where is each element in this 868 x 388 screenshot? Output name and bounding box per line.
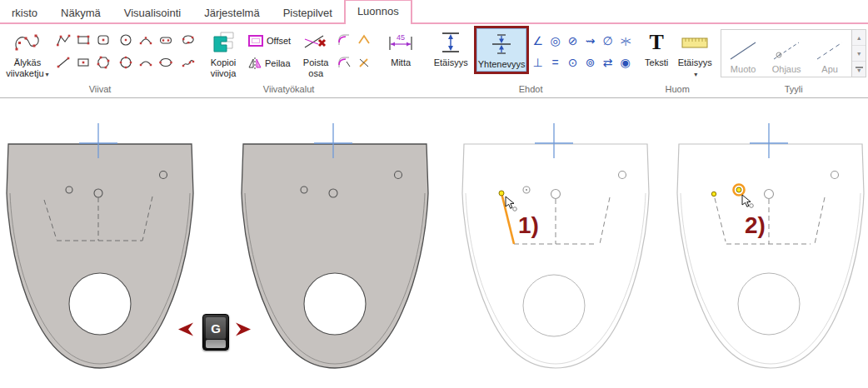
step1-annotation: 1) (518, 212, 539, 238)
part-sketch-solid-no-construction[interactable] (239, 120, 431, 370)
group-label-huom: Huom (637, 83, 717, 97)
gallery-scroll-up-button[interactable]: ▲ (852, 30, 866, 46)
tab-visualisointi[interactable]: Visualisointi (112, 2, 192, 22)
ribbon-group-huom: T Teksti Etäisyys▾ Huom (637, 25, 717, 97)
chamfer-trim-tool-button[interactable] (354, 51, 374, 73)
ribbon-group-tyyli: Muoto Ohjaus Apu ▲ ▼ ▼ Tyyli (719, 25, 868, 97)
constraint-symmetry-icon[interactable]: >|< (616, 30, 634, 52)
constraint-concentric-icon[interactable]: ◎ (546, 30, 564, 52)
group-label-tyyli: Tyyli (719, 83, 868, 97)
dimension-icon: 45 (387, 30, 415, 55)
group-label-viivat: Viivat (0, 83, 200, 97)
ribbon-group-ehdot: Etäisyys Yhtenevyys ∠ ⊥ (426, 25, 636, 97)
chamfer-tool-button[interactable] (354, 28, 374, 51)
rectangle-tool-button[interactable] (73, 28, 93, 51)
tab-nakyma[interactable]: Näkymä (49, 2, 112, 22)
key-label: G (206, 317, 226, 339)
offset-icon (247, 34, 264, 47)
ribbon-group-viivat: Älykäs viivaketju▾ (0, 25, 200, 97)
ribbon-tab-bar: rkisto Näkymä Visualisointi Järjestelmä … (0, 0, 868, 24)
polyline-tool-button[interactable] (53, 28, 73, 51)
ribbon-group-viivatyokalut: Kopioi viivoja Offset Peilaa Poista osa (202, 25, 376, 97)
style-item-apu[interactable]: Apu (808, 30, 851, 77)
spline-tool-button[interactable] (178, 51, 198, 73)
tab-arkisto[interactable]: rkisto (0, 2, 49, 22)
rectangle-center-tool-button[interactable] (73, 51, 93, 73)
distance-constraint-button[interactable]: Etäisyys (427, 27, 474, 70)
slot-tool-button[interactable] (156, 28, 176, 51)
style-item-muoto[interactable]: Muoto (721, 30, 765, 77)
rounded-rectangle-tool-button[interactable] (93, 28, 113, 51)
constraint-tangent-icon[interactable]: ⇝ (581, 30, 599, 52)
polygon-tool-button[interactable] (93, 51, 113, 73)
chevron-down-icon: ▾ (46, 71, 49, 78)
copy-lines-button[interactable]: Kopioi viivoja (203, 27, 243, 80)
keyboard-key-g: G (202, 314, 229, 351)
ruler-icon (681, 30, 709, 55)
step2-annotation: 2) (745, 212, 766, 238)
smart-polyline-button[interactable]: Älykäs viivaketju▾ (2, 27, 53, 80)
group-label-mitta (377, 83, 424, 97)
tab-jarjestelma[interactable]: Järjestelmä (192, 2, 271, 22)
circle-points-tool-button[interactable] (116, 51, 136, 73)
arrow-left-icon (177, 322, 194, 336)
constraint-fix-icon[interactable]: ◉ (616, 52, 634, 73)
offset-button[interactable]: Offset (243, 29, 295, 52)
constraint-antitangent-icon[interactable]: ∅ (599, 30, 616, 52)
part-sketch-step1[interactable]: 1) (460, 120, 651, 370)
ribbon: Älykäs viivaketju▾ (0, 24, 868, 98)
tab-pistepilvet[interactable]: Pistepilvet (272, 2, 344, 22)
constraint-diameter-icon[interactable]: ⊘ (564, 30, 581, 52)
gallery-scrollbar: ▲ ▼ ▼ (852, 29, 866, 77)
arc-3point-tool-button[interactable] (136, 28, 156, 51)
line-style-gallery: Muoto Ohjaus Apu (721, 29, 852, 77)
coincident-constraint-button[interactable]: Yhtenevyys (474, 26, 529, 74)
drawing-canvas[interactable]: 1) 2) G (0, 98, 868, 387)
circle-tool-button[interactable] (116, 28, 136, 51)
dimension-button[interactable]: 45 Mitta (379, 27, 422, 70)
gallery-more-button[interactable]: ▼ (852, 62, 866, 77)
center-mark (526, 189, 527, 191)
part-sketch-step2[interactable]: 2) (675, 120, 866, 370)
smart-polyline-label: Älykäs viivaketju (6, 57, 43, 78)
arc-tool-button[interactable] (136, 51, 156, 73)
distance-note-button[interactable]: Etäisyys▾ (674, 27, 716, 80)
closed-spline-tool-button[interactable] (178, 28, 198, 51)
group-label-viivatyokalut: Viivatyökalut (202, 83, 376, 97)
line-tool-button[interactable] (53, 51, 73, 73)
constraint-angle-icon[interactable]: ∠ (529, 30, 546, 52)
gallery-scroll-down-button[interactable]: ▼ (852, 46, 866, 62)
ribbon-group-mitta: 45 Mitta (377, 25, 424, 97)
remove-part-button[interactable]: Poista osa (297, 27, 334, 80)
fillet-trim-tool-button[interactable] (334, 51, 354, 73)
selected-endpoint[interactable] (499, 191, 504, 196)
style-item-ohjaus[interactable]: Ohjaus (765, 30, 808, 77)
distance-constraint-icon (438, 30, 463, 55)
remove-part-icon (303, 30, 328, 55)
constraint-perpendicular-icon[interactable]: ⊥ (529, 52, 546, 73)
guide-line-icon (770, 39, 803, 62)
endpoint-left[interactable] (711, 192, 716, 196)
mirror-button[interactable]: Peilaa (243, 52, 295, 74)
hole-large[interactable] (69, 273, 131, 335)
ellipse-tool-button[interactable] (156, 51, 176, 73)
tab-luonnos[interactable]: Luonnos (344, 0, 412, 24)
arrow-right-icon (235, 322, 252, 336)
aux-line-icon (813, 39, 846, 62)
constraint-radius-icon[interactable]: ⊙ (564, 52, 581, 73)
dimension-value: 45 (397, 33, 405, 42)
constraint-parallel-icon[interactable]: = (546, 52, 564, 73)
constraint-equal-length-icon[interactable]: ⇄ (599, 52, 616, 73)
group-label-ehdot: Ehdot (426, 83, 636, 97)
text-icon: T (649, 32, 663, 53)
smart-polyline-icon (13, 30, 42, 55)
selected-point[interactable] (736, 187, 741, 192)
fillet-tool-button[interactable] (334, 28, 354, 51)
constraint-equal-radius-icon[interactable]: ⊚ (581, 52, 599, 73)
mirror-icon (247, 57, 262, 70)
text-button[interactable]: T Teksti (639, 27, 674, 70)
coincident-constraint-icon (487, 32, 516, 57)
part-sketch-solid-with-construction[interactable] (4, 120, 196, 370)
hole-large[interactable] (304, 273, 366, 335)
chevron-down-icon: ▾ (694, 71, 697, 78)
